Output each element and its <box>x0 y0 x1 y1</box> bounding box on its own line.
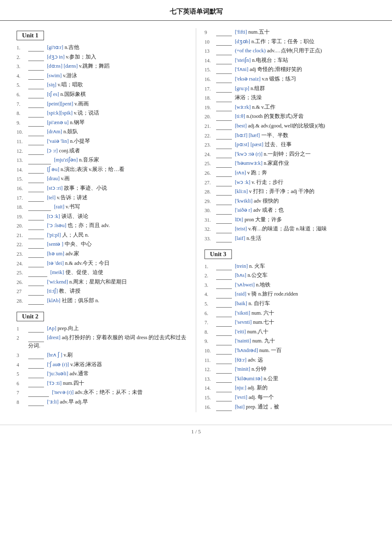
word-item: 17. [gru:p] n.组群 <box>205 85 375 93</box>
word-item: 20. [ti:θ] n.(tooth 的复数形式)牙齿 <box>205 112 375 121</box>
word-item: 12. ['minit] n.分钟 <box>205 365 375 374</box>
word-item: 30. ['aiðə r] adv 或者；也 <box>205 206 375 215</box>
word-item: 5 ['ju:3uəli] adv.通常 <box>17 370 187 378</box>
word-item: 7. ['sevnti] num.七十 <box>205 318 375 327</box>
page-wrapper: 七下英语单词默写 Unit 1 1. [gi'tɑ:r] n.吉他 2. <box>0 0 392 435</box>
word-item: 10. [drʌm] n.鼓队 <box>17 128 187 136</box>
word-item: 17. [tel] v.告诉；讲述 <box>17 194 187 202</box>
word-item: 18. [rait] v.书写 <box>17 203 187 211</box>
word-item: 26. ['wi:kend] n.周末；星期六和星期日 <box>17 278 187 286</box>
content-area: Unit 1 1. [gi'tɑ:r] n.吉他 2. [dʒɔ in] <box>0 28 392 412</box>
word-item: 11. [fɑ:r] adv. 远 <box>205 356 375 364</box>
word-item: 15. ['fʌni] adj 奇怪的;滑稽好笑的 <box>205 66 375 74</box>
word-item: 11. ['vaiə 'lin] n.小提琴 <box>17 137 187 146</box>
unit1-words: 1. [gi'tɑ:r] n.吉他 2. [dʒɔ in] v.参加；加入 <box>17 44 187 305</box>
word-item: 29. ['kwikli] adv 很快的 <box>205 197 375 205</box>
word-item: 13. [mju'ziʃən] n.音乐家 <box>17 156 187 164</box>
word-item: 6 ['fɔ :ti] num.四十 <box>17 379 187 388</box>
word-item: 2. [dʒɔ in] v.参加；加入 <box>17 53 187 61</box>
right-column: 9 ['fifti] num.五十 10 [dʒɑb] n.工作；零工；任务；职… <box>196 28 380 412</box>
word-item: 15. ['evri] adj. 每一个 <box>205 394 375 402</box>
unit2-right-words: 9 ['fifti] num.五十 10 [dʒɑb] n.工作；零工；任务；职… <box>205 28 375 243</box>
word-item: 15. [drau] v.画 <box>17 175 187 183</box>
unit3-label: Unit 3 <box>205 249 232 259</box>
word-item: 25. ['həumwɜ:k] n.家庭作业 <box>205 159 375 168</box>
word-item: 22. [sentə ] 中央、中心 <box>17 240 187 249</box>
word-item: 1. [trein] n. 火车 <box>205 262 375 271</box>
word-item: 14. [nju:] adj. 新的 <box>205 384 375 392</box>
word-item: 33. [laif] n.生活 <box>205 235 375 243</box>
word-item: 2. [bʌs] n.公交车 <box>205 271 375 280</box>
word-item: 14. ['steiʃn] n.电视台；车站 <box>205 56 375 65</box>
word-item: 28. [kli:n] v 打扫；弄干净；adj 干净的 <box>205 188 375 196</box>
left-column: Unit 1 1. [gi'tɑ:r] n.吉他 2. [dʒɔ in] <box>12 28 196 412</box>
word-item: 14. [ʃ əu] n.演出;表演 v.展示；给…看 <box>17 166 187 174</box>
unit2-words: 1 [ʌp] prep.向上 2 [drest] adj.打扮好的；穿着衣服的 … <box>17 325 187 406</box>
unit2-label: Unit 2 <box>17 312 44 321</box>
word-item: 21. ['pi:pl] 人；人民 n. <box>17 231 187 240</box>
word-item: 22. [hɑ:f] [hæf] 一半、半数 <box>205 132 375 140</box>
word-item: 18. 淋浴；洗澡 <box>205 94 375 102</box>
word-item: 25. [meik] 使、促使、迫使 <box>17 269 187 277</box>
word-item: 4. [raid] v 骑 n.旅行 rode.ridden <box>205 290 375 298</box>
word-item: 28. [klʌb] 社团；俱乐部 n. <box>17 297 187 305</box>
unit1-label: Unit 1 <box>17 31 44 40</box>
word-item: 16. [bai] prep. 通过，被 <box>205 403 375 411</box>
word-item: 21. [best] adj.& adv.(good, well的比较级)(地) <box>205 122 375 130</box>
word-item: 10. ['hʌndrəd] num. 一百 <box>205 347 375 355</box>
word-item: 8. ['eiti] num.八十 <box>205 328 375 336</box>
word-item: 12. [ɔ :r] conj.或者 <box>17 147 187 155</box>
word-item: 8 ['ɜ:li] adv.早 adj.早 <box>17 398 187 406</box>
word-item: 9. ['nainti] num. 九十 <box>205 337 375 345</box>
page-number: 1 / 5 <box>191 428 201 435</box>
word-item: 19. [tɔ :k] 谈话、谈论 <box>17 213 187 221</box>
word-item: 1. [gi'tɑ:r] n.吉他 <box>17 44 187 52</box>
word-item: 10 [dʒɑb] n.工作；零工；任务；职位 <box>205 38 375 46</box>
word-item: 6. ['siksti] num. 六十 <box>205 309 375 318</box>
word-item: 5. [siŋ] v.唱；唱歌 <box>17 81 187 89</box>
word-item: 16. [stɔ :ri] 故事；事迹、小说 <box>17 184 187 193</box>
word-item: 31. lDt] pron 大量；许多 <box>205 216 375 224</box>
word-item: 3. ['sʌbwei] n.地铁 <box>205 281 375 289</box>
word-item: 32. [teist] v.有…的味道；品尝 n.味道；滋味 <box>205 225 375 233</box>
unit3-words: 1. [trein] n. 火车 2. [bʌs] n.公交车 <box>205 262 375 411</box>
word-item: 27. [wɔ :k] v. 行走；步行 <box>205 178 375 187</box>
word-item: 3 [brʌ ʃ ] v.刷 <box>17 351 187 359</box>
word-item: 13. ['kiləumi:tə] n.公里 <box>205 375 375 383</box>
word-item: 16. ['eksə rsaiz] v.n 锻炼；练习 <box>205 75 375 83</box>
word-item: 6. [tʃ es] n.国际象棋 <box>17 90 187 99</box>
word-item: 13 (=of the clock) adv.…点钟(只用于正点) <box>205 47 375 55</box>
word-item: 7. [peint][pent] v.画画 <box>17 100 187 108</box>
word-item: 5. [baik] n. 自行车 <box>205 300 375 308</box>
word-item: 20. ['ɔ :lsəu] 也；亦；而且 adv. <box>17 222 187 230</box>
word-item: 27 [ti:tʃ] 教、讲授 <box>17 287 187 296</box>
page-title: 七下英语单词默写 <box>0 0 392 21</box>
word-item: 7 ['nevə (r)] adv.永不；绝不；从不；未曾 <box>17 389 187 397</box>
word-item: 1 [ʌp] prep.向上 <box>17 325 187 333</box>
word-item: 19. [wɜ:rk] n.& v.工作 <box>205 103 375 112</box>
word-item: 9 ['fifti] num.五十 <box>205 28 375 37</box>
word-item: 9. [pi'ænə u] n.钢琴 <box>17 119 187 127</box>
word-item: 23. [pɑ:st] [pæst] 过去、往事 <box>205 141 375 149</box>
word-item: 8. [spi:k][spik] v.说；说话 <box>17 109 187 117</box>
word-item: 23. [hə um] adv.家 <box>17 250 187 258</box>
word-item: 4. [swim] v.游泳 <box>17 72 187 80</box>
word-item: 4 ['ʃ auə (r)] v.淋浴;淋浴器 <box>17 361 187 369</box>
word-item: 3. [dɑ:ns] [dæns] v.跳舞；舞蹈 <box>17 62 187 71</box>
word-item: 24. [tə 'dei] n.& adv.今天；今日 <box>17 259 187 268</box>
page-footer: 1 / 5 <box>0 425 392 435</box>
word-item: 26. [rʌn] v 跑；奔 <box>205 169 375 177</box>
word-item: 24. ['kwɔ :tə (r)] n.一刻钟；四分之一 <box>205 150 375 159</box>
word-item: 2 [drest] adj.打扮好的；穿着衣服的 动词 dress 的过去式和过… <box>17 334 187 350</box>
